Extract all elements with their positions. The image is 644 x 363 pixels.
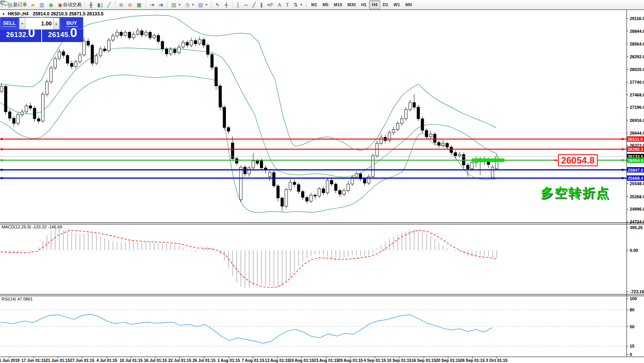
volume-control: ▼ ▲ xyxy=(19,17,60,30)
candle-bearish xyxy=(103,49,106,51)
tile-windows-button[interactable]: ▦ xyxy=(135,0,144,9)
candle-bearish xyxy=(219,86,222,107)
line-chart-icon: ╱ xyxy=(108,2,111,7)
turning-point-annotation[interactable]: 多空转折点 xyxy=(538,184,610,202)
candle-bearish xyxy=(446,143,448,147)
zoom-in-button[interactable]: ⊕ xyxy=(117,0,126,9)
time-axis-label: 7 Aug 01:15 xyxy=(242,358,265,363)
text-label-button[interactable]: T xyxy=(284,0,292,9)
pivot-highlight-zone[interactable] xyxy=(472,159,504,162)
timeframe-h4[interactable]: H4 xyxy=(369,0,380,9)
candle-bearish xyxy=(281,198,283,206)
price-axis-tick: 28564.0 xyxy=(630,42,644,46)
timeframe-m5[interactable]: M5 xyxy=(320,0,331,9)
candle-bearish xyxy=(157,35,160,42)
support-line-1-handle[interactable] xyxy=(622,169,624,171)
candle-bullish xyxy=(25,106,28,112)
candle-bullish xyxy=(124,32,127,35)
candle-bullish xyxy=(50,68,52,82)
pivot-price-callout[interactable]: 26054.8 xyxy=(558,154,598,166)
candle-bullish xyxy=(54,59,57,68)
timeframe-mn-label: MN xyxy=(405,2,412,7)
resistance-line-2-handle[interactable] xyxy=(622,148,624,150)
pivot-line-handle[interactable] xyxy=(1,159,3,161)
volume-increase-button[interactable]: ▲ xyxy=(53,18,59,29)
chevron-down-icon[interactable]: ▼ xyxy=(205,3,208,7)
timeframe-mn[interactable]: MN xyxy=(403,0,415,9)
crosshair-button[interactable]: ┼ xyxy=(223,0,231,9)
time-axis-label: 4 Sep 01:15 xyxy=(364,358,386,363)
resistance-line-1-handle[interactable] xyxy=(622,138,624,140)
candle-bullish xyxy=(458,154,461,156)
price-axis-tick: 27468.0 xyxy=(630,93,644,97)
time-axis-label: 26 Jul 01:15 xyxy=(192,358,216,363)
new-order-button[interactable]: ▤新订单 xyxy=(6,0,29,9)
price-axis-tick: 25548.0 xyxy=(630,181,644,186)
vertical-line-button[interactable]: │ xyxy=(234,0,242,9)
chevron-down-icon[interactable]: ▼ xyxy=(191,3,194,7)
rsi-label: RSI(14) 47.0861 xyxy=(2,297,33,301)
candle-bearish xyxy=(4,86,7,112)
support-line-1-handle[interactable] xyxy=(1,169,3,171)
trendline-button[interactable]: ╱ xyxy=(251,0,258,9)
auto-scroll-button[interactable]: ⇉ xyxy=(157,0,166,9)
candle-bearish xyxy=(235,159,238,163)
chart-canvas[interactable]: 29116.028844.028564.028292.028020.027740… xyxy=(0,0,644,363)
timeframe-w1[interactable]: W1 xyxy=(391,0,403,9)
cursor-button[interactable]: ↖ xyxy=(214,0,223,9)
timeframe-h1[interactable]: H1 xyxy=(358,0,369,9)
time-axis-label: 29 Aug 01:15 xyxy=(338,358,363,363)
candle-bearish xyxy=(194,41,197,44)
chat-icon[interactable] xyxy=(0,0,9,6)
candle-bearish xyxy=(227,128,230,132)
time-axis-label: 27 Jun 01:15 xyxy=(70,358,94,363)
candle-bullish xyxy=(46,82,48,94)
horizontal-line-button[interactable]: ─ xyxy=(243,0,251,9)
resistance-line-1-handle[interactable] xyxy=(1,138,3,140)
charts-window-button[interactable]: ▥ xyxy=(37,0,47,9)
pivot-line-handle[interactable] xyxy=(622,159,624,161)
fibonacci-button[interactable]: ≡F xyxy=(265,0,276,9)
chevron-down-icon[interactable]: ▼ xyxy=(178,3,181,7)
metaeditor-button[interactable]: ▰ xyxy=(29,0,37,9)
candle-bearish xyxy=(334,184,337,191)
sell-button[interactable]: SELL xyxy=(0,17,18,29)
price-axis-tick: 27740.0 xyxy=(630,80,644,84)
market-watch-button[interactable]: ◉ xyxy=(47,0,56,9)
time-axis-label: 17 Jun 01:15 xyxy=(21,358,46,363)
arrows-button[interactable]: ⇅▼ xyxy=(292,0,305,9)
support-line-2-handle[interactable] xyxy=(622,177,624,179)
candle-bearish xyxy=(215,68,217,86)
volume-input[interactable] xyxy=(25,18,53,29)
chevron-down-icon[interactable]: ▼ xyxy=(300,3,303,7)
line-chart-button[interactable]: ╱ xyxy=(106,0,113,9)
candle-bearish xyxy=(433,134,436,142)
time-axis-label: 16 Sep 01:15 xyxy=(411,358,436,363)
bar-chart-icon: ╫ xyxy=(89,2,93,7)
bar-chart-button[interactable]: ╫ xyxy=(87,0,95,9)
resistance-line-2-handle[interactable] xyxy=(1,148,3,150)
timeframe-m15[interactable]: M15 xyxy=(331,0,345,9)
profiles-button[interactable]: ◷▼ xyxy=(183,0,196,9)
autotrading-button[interactable]: ◉自动交易 xyxy=(56,0,83,9)
charts-window-icon: ▥ xyxy=(39,2,44,7)
new-chart-button[interactable]: ▤▼ xyxy=(170,0,183,9)
candle-bearish xyxy=(260,160,263,168)
text-button[interactable]: A xyxy=(276,0,284,9)
price-axis-tick: 28020.0 xyxy=(630,67,644,72)
timeframe-m30[interactable]: M30 xyxy=(345,0,358,9)
symbol-collapse-icon[interactable]: ▲ xyxy=(2,12,5,15)
timeframe-d1[interactable]: D1 xyxy=(380,0,391,9)
zoom-out-button[interactable]: ⊖ xyxy=(126,0,135,9)
candle-bearish xyxy=(128,32,131,38)
chart-shift-button[interactable]: ⇥ xyxy=(148,0,157,9)
candlestick-chart-button[interactable]: ▮▯ xyxy=(96,0,106,9)
volume-decrease-button[interactable]: ▼ xyxy=(19,18,25,29)
templates-button[interactable]: ▧▼ xyxy=(196,0,210,9)
crosshair-icon: ┼ xyxy=(224,2,228,7)
candle-bullish xyxy=(285,189,288,206)
equidistant-channel-button[interactable]: ∥ xyxy=(258,0,266,9)
timeframe-m1[interactable]: M1 xyxy=(309,0,320,9)
support-line-2-handle[interactable] xyxy=(1,177,3,179)
main-toolbar: ▤新订单▰▥◉◉自动交易╫▮▯╱⊕⊖▦⇥⇉▤▼◷▼▧▼↖┼│─╱∥≡FAT⇅▼M… xyxy=(0,0,644,10)
